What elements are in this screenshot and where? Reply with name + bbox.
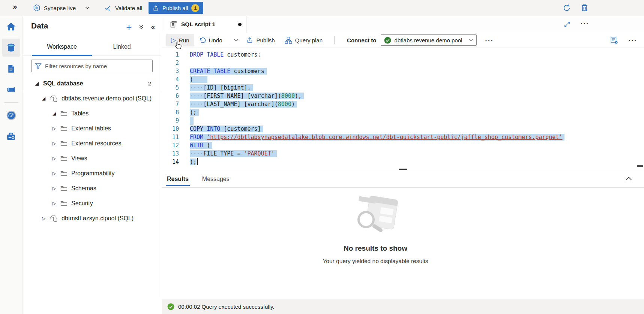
- code-line-13[interactable]: ····FILE_TYPE = 'PARQUET': [190, 150, 644, 158]
- sql-code-editor[interactable]: 1234567891011121314 DROP TABLE customers…: [162, 48, 644, 168]
- tree-item-schemas[interactable]: ▷Schemas: [23, 181, 161, 196]
- line-number: 4: [162, 75, 179, 84]
- messages-tab-label: Messages: [202, 176, 230, 182]
- undo-dropdown-button[interactable]: [231, 34, 242, 46]
- publish-button[interactable]: Publish: [242, 34, 279, 46]
- tree-item-views[interactable]: ▷Views: [23, 151, 161, 166]
- document-icon: [6, 64, 16, 74]
- hub-develop[interactable]: [2, 60, 20, 78]
- tree-item-security[interactable]: ▷Security: [23, 196, 161, 211]
- expand-arrow-icon[interactable]: ▷: [51, 156, 57, 161]
- collapse-arrow-icon[interactable]: ◢: [51, 111, 57, 116]
- tree-item-dbtlabs-revenue-demo-pool-sql[interactable]: ◢dbtlabs.revenue.demo.pool (SQL): [23, 91, 161, 106]
- filter-input[interactable]: [45, 63, 149, 69]
- publish-all-button[interactable]: Publish all 1: [149, 2, 203, 14]
- synapse-live-selector[interactable]: Synapse live: [33, 0, 90, 16]
- expand-arrow-icon[interactable]: ▷: [41, 216, 47, 221]
- code-token: INTO: [207, 126, 220, 132]
- connect-pool-dropdown[interactable]: dbtlabs.revenue.demo.pool: [381, 34, 477, 46]
- line-number: 5: [162, 84, 179, 92]
- code-line-1[interactable]: DROP TABLE customers;: [190, 51, 644, 59]
- line-number: 11: [162, 133, 179, 141]
- selection-highlight: FROM 'https://dbtlabsynapsedatalake.blob…: [190, 134, 564, 141]
- tab-messages[interactable]: Messages: [202, 170, 230, 188]
- query-plan-button[interactable]: Query plan: [280, 34, 327, 46]
- code-line-10[interactable]: COPY INTO [customers]: [190, 125, 644, 133]
- double-chevron-down-icon[interactable]: [138, 24, 144, 30]
- discard-trash-icon[interactable]: [581, 4, 588, 12]
- code-line-6[interactable]: ····[FIRST_NAME] [varchar](8000),: [190, 92, 644, 100]
- tab-linked[interactable]: Linked: [92, 39, 152, 55]
- hub-monitor[interactable]: [2, 106, 20, 124]
- code-line-8[interactable]: );: [190, 108, 644, 117]
- hub-data[interactable]: [2, 39, 20, 57]
- tree-item-programmability[interactable]: ▷Programmability: [23, 166, 161, 181]
- code-line-5[interactable]: ····[ID] [bigint],: [190, 84, 644, 92]
- expand-arrow-icon[interactable]: ▷: [51, 171, 57, 176]
- code-line-11[interactable]: FROM 'https://dbtlabsynapsedatalake.blob…: [190, 133, 644, 141]
- add-resource-button[interactable]: +: [126, 24, 132, 30]
- validate-check-icon: [104, 4, 112, 12]
- hub-integrate[interactable]: [2, 81, 20, 99]
- validate-all-button[interactable]: Validate all: [104, 0, 142, 16]
- code-line-12[interactable]: WITH (: [190, 141, 644, 150]
- splitter-handle-icon[interactable]: [399, 169, 407, 170]
- tab-sql-script-1[interactable]: SQL script 1: [165, 16, 246, 33]
- code-line-3[interactable]: CREATE TABLE customers: [190, 67, 644, 75]
- tree-item-tables[interactable]: ◢Tables: [23, 106, 161, 121]
- collapse-arrow-icon[interactable]: ◢: [41, 96, 47, 101]
- success-check-icon: [167, 303, 174, 310]
- code-token: DROP: [190, 51, 203, 58]
- collapse-panel-icon[interactable]: «: [151, 24, 155, 30]
- tab-workspace[interactable]: Workspace: [32, 39, 92, 55]
- expand-arrow-icon[interactable]: ▷: [51, 186, 57, 191]
- tree-item-label: External resources: [71, 140, 121, 147]
- undo-button[interactable]: Undo: [194, 34, 227, 46]
- collapse-results-icon[interactable]: [626, 176, 632, 181]
- folder-icon: [60, 126, 68, 132]
- tab-more-actions[interactable]: ···: [581, 20, 589, 27]
- editor-scrollbar[interactable]: [637, 165, 643, 167]
- code-content[interactable]: DROP TABLE customers;CREATE TABLE custom…: [190, 51, 644, 166]
- refresh-icon[interactable]: [563, 4, 571, 12]
- tree-item-dbtmsft-azsyn-cipool-sql[interactable]: ▷dbtmsft.azsyn.cipool (SQL): [23, 211, 161, 226]
- selection-highlight: (: [190, 76, 207, 83]
- results-splitter[interactable]: [162, 168, 644, 170]
- results-body: No results to show Your query yielded no…: [162, 188, 644, 299]
- code-token: [203, 51, 207, 58]
- properties-icon[interactable]: [610, 36, 618, 44]
- tab-linked-label: Linked: [113, 43, 131, 50]
- expand-rail-button[interactable]: »: [13, 2, 17, 11]
- expand-editor-icon[interactable]: [564, 21, 570, 28]
- code-line-9[interactable]: [190, 117, 644, 125]
- selection-highlight: COPY INTO [customers]: [190, 126, 263, 132]
- line-number-gutter: 1234567891011121314: [162, 51, 179, 166]
- folder-icon: [60, 111, 68, 117]
- code-line-7[interactable]: ····[LAST_NAME] [varchar](8000): [190, 100, 644, 108]
- expand-arrow-icon[interactable]: ▷: [51, 141, 57, 146]
- hub-manage[interactable]: [2, 127, 20, 145]
- line-number: 6: [162, 92, 179, 100]
- tree-item-label: SQL database: [43, 80, 83, 87]
- line-number: 14: [162, 158, 179, 166]
- play-icon: ▷: [171, 37, 176, 43]
- results-header: Results Messages: [162, 170, 644, 188]
- selection-highlight: WITH (: [190, 142, 212, 149]
- tree-item-external-tables[interactable]: ▷External tables: [23, 121, 161, 136]
- run-button[interactable]: ▷ Run: [166, 34, 194, 46]
- code-line-4[interactable]: (: [190, 75, 644, 84]
- tree-item-external-resources[interactable]: ▷External resources: [23, 136, 161, 151]
- editor-more-actions[interactable]: ···: [629, 37, 637, 43]
- folder-icon: [60, 156, 68, 161]
- line-number: 8: [162, 108, 179, 117]
- tab-results[interactable]: Results: [167, 170, 189, 188]
- code-line-14[interactable]: );: [190, 158, 644, 166]
- code-line-2[interactable]: [190, 59, 644, 67]
- collapse-arrow-icon[interactable]: ◢: [34, 81, 40, 86]
- hub-home[interactable]: [2, 18, 20, 36]
- toolbar-more-actions[interactable]: ···: [485, 37, 494, 43]
- data-panel: Data + « Workspace Linked ◢SQL database2…: [23, 16, 161, 314]
- expand-arrow-icon[interactable]: ▷: [51, 126, 57, 131]
- tree-item-sql-database[interactable]: ◢SQL database2: [23, 76, 161, 91]
- expand-arrow-icon[interactable]: ▷: [51, 201, 57, 206]
